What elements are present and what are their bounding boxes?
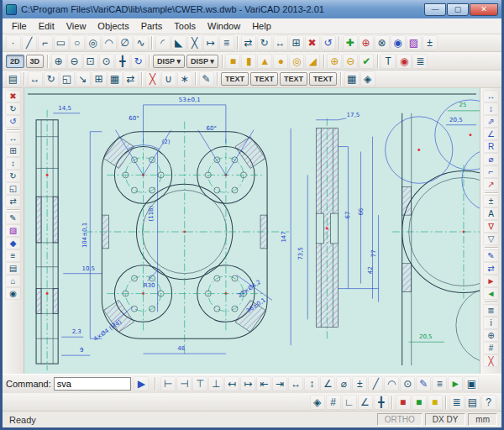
refresh-icon[interactable]: ↻ bbox=[5, 102, 21, 115]
erase-icon[interactable]: ✖ bbox=[5, 90, 21, 102]
dim-angular-icon[interactable]: ∠ bbox=[320, 376, 335, 391]
surface-finish-icon[interactable]: ▽ bbox=[483, 233, 499, 245]
dim-ordinate-icon[interactable]: ⌐ bbox=[483, 165, 499, 178]
print-view-icon[interactable]: ▤ bbox=[5, 262, 21, 275]
dim-edit-2-icon[interactable]: ✎ bbox=[416, 376, 431, 391]
text-edit-button[interactable]: TEXT bbox=[250, 72, 278, 86]
circle-concentric-icon[interactable]: ◎ bbox=[86, 35, 101, 50]
menu-view[interactable]: View bbox=[60, 19, 92, 33]
layer-manager-icon[interactable]: ≣ bbox=[449, 395, 465, 410]
measure-icon[interactable]: ± bbox=[423, 35, 438, 50]
dim-grid-icon[interactable]: ▣ bbox=[464, 376, 479, 391]
polar-toggle-icon[interactable]: ∠ bbox=[358, 395, 373, 410]
solid-sphere-icon[interactable]: ● bbox=[273, 54, 288, 69]
print-icon[interactable]: ▤ bbox=[6, 71, 21, 87]
menu-objects[interactable]: Objects bbox=[92, 19, 134, 33]
arc-icon[interactable]: ◠ bbox=[102, 35, 117, 50]
text-frame-button[interactable]: TEXT bbox=[309, 72, 337, 86]
dim-move-icon[interactable]: ⇄ bbox=[483, 262, 499, 275]
rotate-2d-icon[interactable]: ↻ bbox=[44, 71, 59, 87]
minimize-button[interactable]: — bbox=[424, 3, 446, 16]
select-scale-icon[interactable]: ◱ bbox=[5, 182, 21, 195]
solid-cone-icon[interactable]: ▲ bbox=[257, 54, 272, 69]
chamfer-icon[interactable]: ◣ bbox=[171, 35, 186, 50]
menu-file[interactable]: File bbox=[6, 19, 33, 33]
dim-vertical-icon[interactable]: ↕ bbox=[483, 102, 499, 115]
annotation-icon[interactable]: A bbox=[483, 207, 499, 220]
zoom-out-icon[interactable]: ⊖ bbox=[67, 54, 82, 69]
status-ortho-toggle[interactable]: ORTHO bbox=[377, 413, 423, 426]
dim-diameter-2-icon[interactable]: ⌀ bbox=[336, 376, 351, 391]
select-stretch-icon[interactable]: ↕ bbox=[5, 157, 21, 170]
select-move-icon[interactable]: ↔ bbox=[5, 132, 21, 144]
trim-icon[interactable]: ╳ bbox=[187, 35, 202, 50]
copy-2d-icon[interactable]: ⊞ bbox=[92, 71, 107, 87]
symbol-library-icon[interactable]: ◈ bbox=[360, 71, 375, 87]
tolerance-icon[interactable]: ± bbox=[483, 195, 499, 207]
dim-radius-icon[interactable]: R bbox=[483, 140, 499, 153]
zoom-all-icon[interactable]: ⊙ bbox=[99, 54, 114, 69]
dim-extend-right-icon[interactable]: ⇥ bbox=[272, 376, 287, 391]
hatch-icon[interactable]: ▨ bbox=[407, 35, 422, 50]
spline-icon[interactable]: ∿ bbox=[134, 35, 149, 50]
confirm-icon[interactable]: ✔ bbox=[359, 54, 374, 69]
dim-tolerance-icon[interactable]: ± bbox=[352, 376, 367, 391]
stretch-icon[interactable]: ↘ bbox=[76, 71, 91, 87]
insert-part-icon[interactable]: ✚ bbox=[343, 35, 358, 50]
select-rotate-icon[interactable]: ↻ bbox=[5, 170, 21, 182]
move-icon[interactable]: ↔ bbox=[273, 35, 288, 50]
undo-view-icon[interactable]: ↺ bbox=[5, 115, 21, 128]
dim-angle-icon[interactable]: ∠ bbox=[483, 128, 499, 140]
boolean-subtract-icon[interactable]: ⊖ bbox=[343, 54, 358, 69]
display-options-button[interactable]: DISP ▾ bbox=[186, 55, 218, 68]
dim-settings-icon[interactable]: ≡ bbox=[432, 376, 447, 391]
command-run-button[interactable]: ▶ bbox=[134, 376, 149, 391]
array-icon[interactable]: ▦ bbox=[108, 71, 123, 87]
solid-torus-icon[interactable]: ◎ bbox=[289, 54, 304, 69]
command-input[interactable] bbox=[54, 377, 131, 391]
text-3d-icon[interactable]: T bbox=[381, 54, 396, 69]
dim-center-icon[interactable]: ⊙ bbox=[400, 376, 415, 391]
scale-icon[interactable]: ◱ bbox=[60, 71, 75, 87]
solid-cylinder-icon[interactable]: ▮ bbox=[241, 54, 256, 69]
color-green-icon[interactable]: ■ bbox=[412, 395, 427, 410]
snap-intersection-icon[interactable]: ⊗ bbox=[375, 35, 390, 50]
menu-help[interactable]: Help bbox=[246, 19, 277, 33]
leader-icon[interactable]: ↗ bbox=[483, 178, 499, 191]
grid-toggle-icon[interactable]: # bbox=[326, 395, 341, 410]
settings-icon[interactable]: ≣ bbox=[412, 54, 428, 69]
table-icon[interactable]: ▦ bbox=[344, 71, 360, 87]
dim-slope-icon[interactable]: ╱ bbox=[368, 376, 383, 391]
hatch-area-icon[interactable]: ▨ bbox=[5, 224, 21, 237]
text-leader-button[interactable]: TEXT bbox=[280, 72, 307, 86]
dim-arc-icon[interactable]: ◠ bbox=[384, 376, 399, 391]
zoom-window-icon[interactable]: ⊡ bbox=[83, 54, 98, 69]
point-icon[interactable]: · bbox=[6, 35, 21, 50]
solid-wedge-icon[interactable]: ◢ bbox=[305, 54, 320, 69]
fillet-icon[interactable]: ◜ bbox=[155, 35, 171, 50]
status-units[interactable]: mm bbox=[468, 413, 497, 426]
dim-style-4-icon[interactable]: ⊥ bbox=[208, 376, 223, 391]
line-style-icon[interactable]: ≡ bbox=[5, 249, 21, 262]
object-info-icon[interactable]: i bbox=[483, 317, 499, 329]
zoom-in-icon[interactable]: ⊕ bbox=[51, 54, 66, 69]
offset-icon[interactable]: ≡ bbox=[219, 35, 234, 50]
polyline-icon[interactable]: ⌐ bbox=[38, 35, 53, 50]
maximize-button[interactable]: ▢ bbox=[447, 3, 469, 16]
layers-icon[interactable]: ≣ bbox=[483, 304, 499, 317]
dim-extend-left-icon[interactable]: ⇤ bbox=[256, 376, 271, 391]
mode-2d-button[interactable]: 2D bbox=[6, 55, 24, 68]
text-note-button[interactable]: TEXT bbox=[221, 72, 249, 86]
solid-box-icon[interactable]: ■ bbox=[225, 54, 240, 69]
mirror-2d-icon[interactable]: ⇄ bbox=[123, 71, 139, 87]
snap-center-icon[interactable]: ◉ bbox=[391, 35, 406, 50]
dim-horizontal-icon[interactable]: ↔ bbox=[483, 90, 499, 102]
fill-color-icon[interactable]: ◆ bbox=[5, 237, 21, 249]
line-icon[interactable]: ╱ bbox=[22, 35, 37, 50]
options-icon[interactable]: ▤ bbox=[465, 395, 480, 410]
redraw-icon[interactable]: ↻ bbox=[131, 54, 146, 69]
zoom-select-icon[interactable]: ⊕ bbox=[483, 329, 499, 342]
explode-icon[interactable]: ∗ bbox=[177, 71, 192, 87]
menu-parts[interactable]: Parts bbox=[135, 19, 169, 33]
extend-icon[interactable]: ↦ bbox=[203, 35, 218, 50]
